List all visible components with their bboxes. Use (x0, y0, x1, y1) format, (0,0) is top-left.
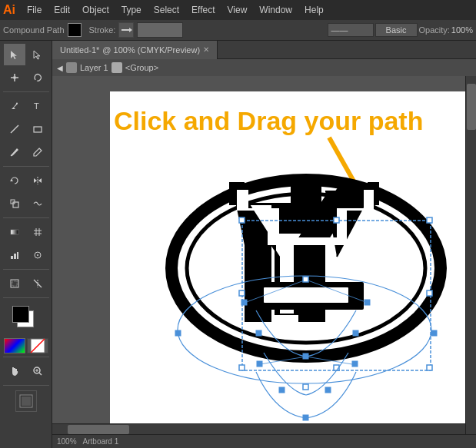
svg-rect-48 (303, 353, 308, 359)
breadcrumb-layer: Layer 1 (80, 63, 108, 72)
warp-tool[interactable] (27, 193, 48, 214)
selection-handle-ml[interactable] (239, 290, 245, 296)
selection-tool[interactable] (4, 44, 25, 65)
options-toolbar: Compound Path Stroke: —— Basic Opacity: … (0, 20, 476, 41)
direct-selection-tool[interactable] (27, 44, 48, 65)
stroke-style-line: —— (328, 23, 374, 37)
menu-window[interactable]: Window (254, 3, 298, 17)
svg-rect-25 (12, 281, 17, 286)
scale-tool[interactable] (4, 193, 25, 214)
svg-rect-45 (364, 300, 370, 305)
svg-rect-21 (17, 252, 18, 259)
breadcrumb-back-arrow[interactable]: ◀ (57, 64, 63, 72)
style-preset-box: —— Basic Opacity: 100% (328, 23, 474, 37)
svg-marker-10 (10, 179, 13, 181)
pencil-tool[interactable] (27, 141, 48, 163)
reflect-tool[interactable] (27, 170, 48, 191)
svg-text:T: T (34, 101, 39, 111)
zoom-tool[interactable] (27, 360, 48, 382)
gradient-tool[interactable] (4, 221, 25, 243)
rectangle-tool[interactable] (27, 118, 48, 140)
slice-tool[interactable] (27, 273, 48, 294)
tab-bar: Untitled-1* @ 100% (CMYK/Preview) ✕ (52, 41, 476, 59)
menu-object[interactable]: Object (77, 3, 115, 17)
svg-rect-9 (34, 127, 42, 132)
svg-rect-46 (256, 330, 261, 336)
menu-file[interactable]: File (22, 3, 47, 17)
artboard: Click and Drag your path (110, 91, 476, 434)
selection-handle-tc[interactable] (334, 217, 339, 223)
document-tab-subtitle: @ 100% (CMYK/Preview) (102, 45, 200, 55)
screen-mode-button[interactable] (15, 390, 37, 412)
status-bar: 100% Artboard 1 (52, 434, 476, 448)
stroke-value-box[interactable] (137, 22, 183, 38)
mesh-tool[interactable] (27, 221, 48, 243)
menu-bar: Ai File Edit Object Type Select Effect V… (0, 0, 476, 20)
svg-line-8 (11, 125, 18, 133)
type-tool[interactable]: T (27, 95, 48, 117)
svg-rect-56 (303, 384, 308, 390)
svg-marker-0 (129, 28, 132, 32)
svg-rect-53 (303, 415, 308, 420)
svg-rect-37 (264, 287, 348, 303)
fill-swatch[interactable] (68, 23, 82, 37)
opacity-value: 100% (451, 25, 473, 35)
pen-tool[interactable] (4, 95, 25, 117)
svg-point-5 (13, 76, 16, 79)
symbol-sprayer-tool[interactable] (27, 244, 48, 266)
menu-effect[interactable]: Effect (186, 3, 220, 17)
main-layout: T (0, 41, 476, 448)
svg-rect-47 (353, 330, 358, 336)
basic-preset[interactable]: Basic (375, 23, 418, 37)
color-mode-button[interactable] (4, 338, 25, 353)
svg-rect-44 (241, 300, 247, 305)
vertical-scrollbar-thumb[interactable] (467, 84, 476, 130)
menu-edit[interactable]: Edit (48, 3, 75, 17)
menu-select[interactable]: Select (148, 3, 185, 17)
svg-rect-35 (22, 397, 31, 406)
canvas-container[interactable]: Click and Drag your path (52, 76, 476, 434)
lasso-tool[interactable] (27, 67, 48, 88)
document-tab[interactable]: Untitled-1* @ 100% (CMYK/Preview) ✕ (52, 41, 218, 59)
svg-rect-19 (11, 256, 13, 259)
paintbrush-tool[interactable] (4, 141, 25, 163)
svg-rect-12 (13, 202, 18, 207)
svg-line-31 (39, 373, 42, 375)
stroke-icon (118, 22, 134, 38)
horizontal-scrollbar[interactable] (52, 423, 465, 434)
svg-point-23 (37, 254, 38, 256)
group-icon (112, 62, 122, 73)
magic-wand-tool[interactable] (4, 67, 25, 88)
selection-handle-tl[interactable] (239, 217, 245, 223)
selection-handle-mr[interactable] (427, 290, 432, 296)
document-tab-close[interactable]: ✕ (203, 45, 209, 54)
vertical-scrollbar[interactable] (465, 76, 476, 434)
line-segment-tool[interactable] (4, 118, 25, 140)
hand-tool[interactable] (4, 360, 25, 382)
document-tab-title: Untitled-1* (60, 45, 99, 55)
artboard-tool[interactable] (4, 273, 25, 294)
breadcrumb: ◀ Layer 1 <Group> (52, 59, 476, 76)
svg-rect-52 (325, 387, 331, 393)
svg-rect-14 (11, 230, 18, 234)
breadcrumb-group: <Group> (125, 63, 158, 72)
svg-rect-50 (352, 361, 358, 367)
rotate-tool[interactable] (4, 170, 25, 191)
menu-view[interactable]: View (222, 3, 253, 17)
svg-rect-49 (257, 361, 262, 367)
menu-type[interactable]: Type (116, 3, 147, 17)
selection-handle-tr[interactable] (427, 217, 432, 223)
svg-rect-20 (14, 254, 16, 259)
foreground-color-swatch[interactable] (12, 306, 29, 323)
menu-help[interactable]: Help (299, 3, 329, 17)
svg-rect-24 (11, 280, 18, 287)
horizontal-scrollbar-thumb[interactable] (68, 425, 129, 434)
zoom-level: 100% (57, 437, 77, 446)
selection-handle-bl[interactable] (239, 365, 245, 370)
none-swatch[interactable] (27, 338, 48, 353)
artwork-svg: Click and Drag your path (110, 91, 476, 434)
artboard-info: Artboard 1 (83, 437, 119, 446)
chart-tool[interactable] (4, 244, 25, 266)
selection-handle-br[interactable] (427, 365, 432, 370)
opacity-label: Opacity: (419, 25, 450, 35)
